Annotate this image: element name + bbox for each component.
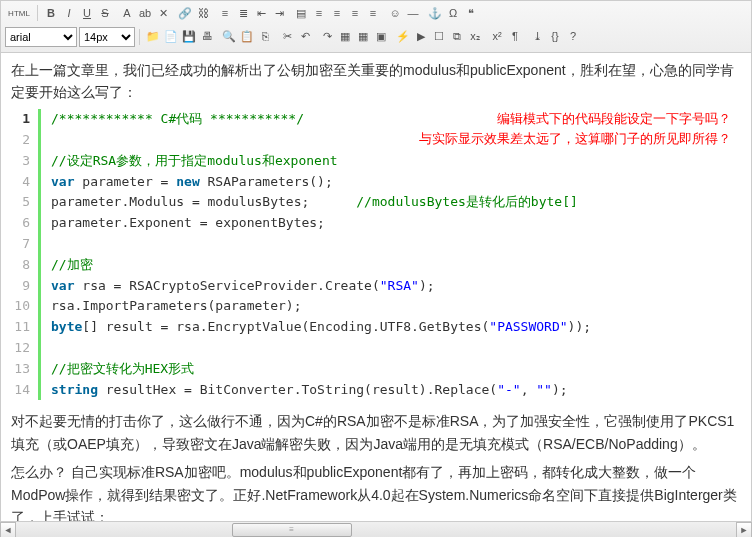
ul-icon[interactable]: ≣ [234, 5, 252, 23]
paragraph: 对不起要无情的打击你了，这么做行不通，因为C#的RSA加密不是标准RSA，为了加… [11, 410, 741, 455]
ol-icon[interactable]: ≡ [216, 4, 234, 22]
undo-icon[interactable]: ↶ [296, 28, 314, 46]
save-icon[interactable]: 💾 [180, 28, 198, 46]
align-left-box-icon[interactable]: ▤ [292, 5, 310, 23]
scrollbar-thumb[interactable]: ≡ [232, 523, 352, 537]
redo-icon[interactable]: ↷ [318, 28, 336, 46]
page-break-icon[interactable]: ⤓ [528, 28, 546, 46]
flash-icon[interactable]: ⚡ [394, 28, 412, 46]
window-icon[interactable]: ☐ [430, 28, 448, 46]
italic-icon[interactable]: I [60, 4, 78, 22]
horizontal-scrollbar[interactable]: ◄ ≡ ► [0, 521, 752, 537]
scrollbar-track[interactable]: ≡ [16, 523, 736, 537]
image-icon[interactable]: ▣ [372, 28, 390, 46]
editor-toolbar: HTML BIUSAab✕🔗⛓≡≣⇤⇥▤≡≡≡≡☺—⚓Ω❝ arial 14px… [1, 1, 751, 53]
folder-icon[interactable]: 📁 [144, 28, 162, 46]
bg-color-icon[interactable]: ab [136, 4, 154, 22]
link-icon[interactable]: 🔗 [176, 5, 194, 23]
paragraph: 怎么办？ 自己实现标准RSA加密吧。modulus和publicExponent… [11, 461, 741, 522]
outdent-icon[interactable]: ⇤ [252, 5, 270, 23]
font-size-select[interactable]: 14px [79, 27, 135, 47]
underline-icon[interactable]: U [78, 4, 96, 22]
smiley-icon[interactable]: ☺ [386, 4, 404, 22]
align-center-icon[interactable]: ≡ [328, 4, 346, 22]
align-justify-icon[interactable]: ≡ [364, 4, 382, 22]
anchor-icon[interactable]: ⚓ [426, 5, 444, 23]
clear-icon[interactable]: ✕ [154, 5, 172, 23]
indent-icon[interactable]: ⇥ [270, 5, 288, 23]
annotation: 与实际显示效果差太远了，这算哪门子的所见即所得？ [419, 129, 731, 150]
unlink-icon[interactable]: ⛓ [194, 4, 212, 22]
hr-icon[interactable]: — [404, 4, 422, 22]
annotation: 编辑模式下的代码段能设定一下字号吗？ [497, 109, 731, 130]
search-icon[interactable]: 🔍 [220, 28, 238, 46]
quote-icon[interactable]: ❝ [462, 5, 480, 23]
font-family-select[interactable]: arial [5, 27, 77, 47]
print-icon[interactable]: 🖶 [198, 27, 216, 45]
grid-icon[interactable]: ▦ [354, 28, 372, 46]
source-icon[interactable]: {} [546, 27, 564, 45]
html-source-button[interactable]: HTML [5, 4, 33, 22]
media-icon[interactable]: ▶ [412, 28, 430, 46]
scroll-left-button[interactable]: ◄ [0, 522, 16, 538]
scroll-right-button[interactable]: ► [736, 522, 752, 538]
show-blocks-icon[interactable]: ¶ [506, 27, 524, 45]
align-left-icon[interactable]: ≡ [310, 4, 328, 22]
frame-icon[interactable]: ⧉ [448, 28, 466, 46]
editor-content[interactable]: 在上一篇文章里，我们已经成功的解析出了公钥加密至关重要的modulus和publ… [1, 53, 751, 523]
bold-icon[interactable]: B [42, 4, 60, 22]
table-icon[interactable]: ▦ [336, 28, 354, 46]
file-icon[interactable]: 📄 [162, 28, 180, 46]
strike-icon[interactable]: S [96, 4, 114, 22]
copy-icon[interactable]: ⎘ [256, 27, 274, 45]
paragraph: 在上一篇文章里，我们已经成功的解析出了公钥加密至关重要的modulus和publ… [11, 59, 741, 104]
subscript-icon[interactable]: x₂ [466, 28, 484, 46]
superscript-icon[interactable]: x² [488, 27, 506, 45]
omega-icon[interactable]: Ω [444, 4, 462, 22]
code-block-1: 编辑模式下的代码段能设定一下字号吗？ 与实际显示效果差太远了，这算哪门子的所见即… [11, 109, 741, 400]
align-right-icon[interactable]: ≡ [346, 4, 364, 22]
paste-icon[interactable]: 📋 [238, 28, 256, 46]
about-icon[interactable]: ? [564, 27, 582, 45]
cut-icon[interactable]: ✂ [278, 28, 296, 46]
font-color-icon[interactable]: A [118, 4, 136, 22]
